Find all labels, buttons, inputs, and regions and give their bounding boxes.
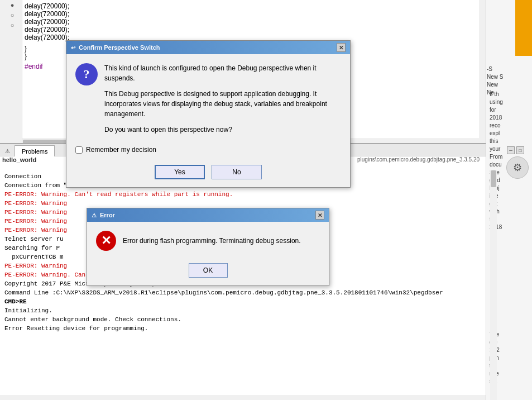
error-dialog: ⚠ Error ✕ ✕ Error during flash programmi… [87,208,329,286]
maximize-button[interactable]: □ [516,146,524,154]
code-line-4: delay(720000); [25,26,486,34]
console-name-label: hello_world [2,156,36,163]
question-icon: ? [75,63,98,85]
error-icon: ✕ [96,231,116,251]
cline-14: Command Line :C:\NXP\S32DS_ARM_v2018.R1\… [4,288,492,297]
error-dialog-close-button[interactable]: ✕ [315,211,324,220]
confirm-dialog-message-3: Do you want to open this perspective now… [104,125,341,135]
cline-19: Cannot enter background mode. Check conn… [4,315,492,324]
confirm-dialog-message-1: This kind of launch is configured to ope… [104,63,341,83]
yes-button[interactable]: Yes [155,165,205,179]
gutter-icons: ● ○ ○ [8,0,17,30]
confirm-dialog-message-2: This Debug perspective is designed to su… [104,89,341,119]
confirm-dialog-text-area: This kind of launch is configured to ope… [104,63,341,135]
code-vscrollbar[interactable] [479,0,486,143]
confirm-dialog-titlebar-icon: ↩ [71,45,75,51]
code-line-1: delay(720000); [25,2,486,10]
confirm-dialog-body: ? This kind of launch is configured to o… [66,54,350,144]
sidebar-orange-bar [515,0,532,56]
cline-3: PE-ERROR: Warning. Can't read registers … [4,190,492,199]
ok-button[interactable]: OK [189,263,228,278]
sidebar-title-1: -S [487,65,529,73]
code-gutter: ● ○ ○ [0,0,22,145]
confirm-dialog-checkbox-area: Remember my decision [66,144,350,160]
sidebar-avatar-icon: ⚙ [506,156,529,179]
minimize-button[interactable]: ─ [507,146,515,154]
tab-problems[interactable]: Problems [15,145,55,156]
console-vscroll-thumb [491,170,496,187]
console-hscrollbar[interactable] [0,396,486,400]
confirm-dialog-icon-area: ? [75,63,98,85]
confirm-dialog: ↩ Confirm Perspective Switch ✕ ? This ki… [66,40,351,188]
code-line-2: delay(720000); [25,10,486,18]
panel-controls: ─ □ [507,146,524,154]
error-dialog-titlebar-icon: ⚠ [92,212,97,218]
console-vscrollbar[interactable] [490,170,497,400]
sidebar-title-2: New S [487,73,529,81]
error-dialog-message: Error during flash programming. Terminat… [123,236,301,246]
cline-4: PE-ERROR: Warning [4,199,492,208]
confirm-dialog-title: Confirm Perspective Switch [79,44,160,51]
error-dialog-title: Error [100,212,115,218]
sidebar-title-3: New [487,81,529,89]
cline-20: Error Resetting device for programming. [4,324,492,333]
remember-checkbox[interactable] [75,146,83,154]
confirm-dialog-titlebar: ↩ Confirm Perspective Switch ✕ [66,41,350,54]
confirm-dialog-buttons: Yes No [66,160,350,187]
remember-checkbox-label: Remember my decision [86,146,156,154]
error-dialog-buttons: OK [87,260,329,285]
cline-18: Initializing. [4,306,492,315]
error-dialog-titlebar: ⚠ Error ✕ [87,208,329,222]
cline-16: CMD>RE [4,297,492,306]
gutter-icon-3: ○ [8,20,17,30]
gutter-icon-2: ○ [8,10,17,20]
confirm-dialog-close-button[interactable]: ✕ [337,43,346,52]
gutter-icon-1: ● [8,0,17,10]
error-dialog-body: ✕ Error during flash programming. Termin… [87,222,329,260]
problems-icon: ⚠ [2,146,12,156]
no-button[interactable]: No [212,165,262,179]
code-line-3: delay(720000); [25,18,486,26]
